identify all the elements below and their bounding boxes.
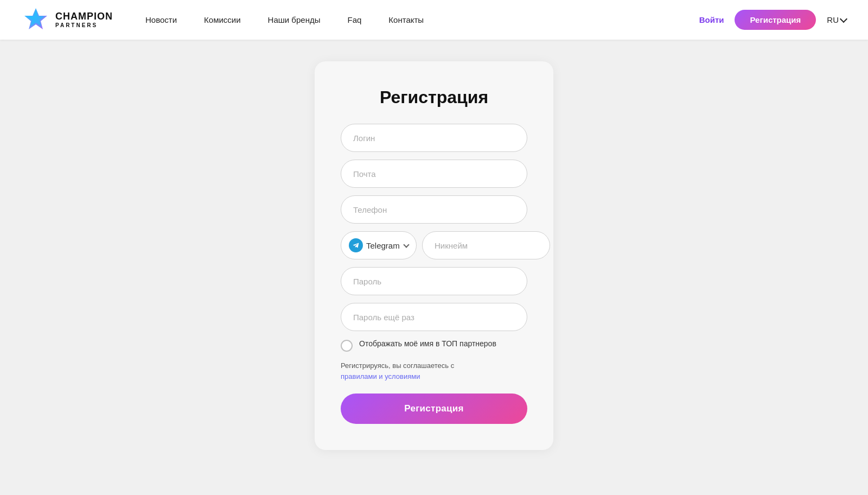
nav-item-faq[interactable]: Faq: [347, 15, 361, 24]
password-input[interactable]: [341, 267, 527, 295]
terms-prefix: Регистрируясь, вы соглашаетесь с: [341, 361, 454, 370]
registration-card: Регистрация Telegram: [315, 61, 553, 450]
logo-icon: [22, 6, 50, 34]
messenger-row: Telegram: [341, 231, 527, 259]
email-field-group: [341, 160, 527, 188]
chevron-down-icon: [840, 15, 847, 23]
login-field-group: [341, 124, 527, 152]
logo[interactable]: CHAMPION PARTNERS: [22, 6, 113, 34]
logo-partners: PARTNERS: [55, 22, 113, 28]
nav-item-news[interactable]: Новости: [145, 15, 177, 24]
lang-label: RU: [827, 15, 839, 24]
header-right: Войти Регистрация RU: [699, 10, 846, 30]
show-name-checkbox[interactable]: [341, 340, 353, 352]
password-confirm-input[interactable]: [341, 303, 527, 331]
logo-text: CHAMPION PARTNERS: [55, 11, 113, 28]
nickname-input[interactable]: [422, 231, 550, 259]
telegram-icon: [349, 238, 363, 252]
password-confirm-field-group: [341, 303, 527, 331]
phone-field-group: [341, 195, 527, 224]
logo-champion: CHAMPION: [55, 11, 113, 22]
login-input[interactable]: [341, 124, 527, 152]
messenger-select[interactable]: Telegram: [341, 231, 417, 259]
login-button[interactable]: Войти: [699, 15, 724, 24]
main-content: Регистрация Telegram: [0, 40, 868, 483]
checkbox-row: Отображать моё имя в ТОП партнеров: [341, 339, 527, 352]
phone-input[interactable]: [341, 195, 527, 224]
checkbox-label: Отображать моё имя в ТОП партнеров: [359, 339, 496, 350]
terms-text: Регистрируясь, вы соглашаетесь с правила…: [341, 360, 527, 382]
email-input[interactable]: [341, 160, 527, 188]
nav-item-commissions[interactable]: Комиссии: [204, 15, 241, 24]
nav-item-brands[interactable]: Наши бренды: [268, 15, 321, 24]
terms-link[interactable]: правилами и условиями: [341, 372, 420, 380]
nav: Новости Комиссии Наши бренды Faq Контакт…: [145, 15, 699, 24]
lang-switcher[interactable]: RU: [827, 15, 846, 24]
messenger-label: Telegram: [366, 241, 400, 250]
password-field-group: [341, 267, 527, 295]
messenger-chevron-icon: [403, 242, 409, 248]
form-title: Регистрация: [341, 87, 527, 107]
register-submit-button[interactable]: Регистрация: [341, 394, 527, 424]
register-button-header[interactable]: Регистрация: [735, 10, 816, 30]
header: CHAMPION PARTNERS Новости Комиссии Наши …: [0, 0, 868, 40]
nav-item-contacts[interactable]: Контакты: [388, 15, 424, 24]
